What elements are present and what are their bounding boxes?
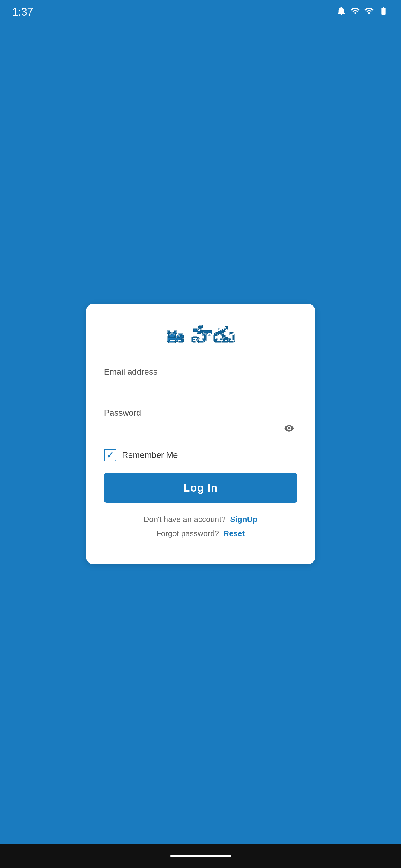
remember-me-checkbox[interactable] [104, 449, 116, 461]
password-field-group: Password [104, 408, 297, 438]
notification-icon [337, 6, 346, 18]
wifi-icon [364, 6, 374, 18]
main-container: ఈనాడు ఈనాడు ఈనాడు Email address Password [86, 304, 315, 564]
svg-text:ఈనాడు: ఈనాడు [166, 326, 235, 350]
nav-bar [0, 844, 401, 868]
nav-indicator [170, 855, 231, 857]
email-input[interactable] [104, 380, 297, 397]
signal-icon [350, 6, 360, 18]
status-bar: 1:37 [0, 0, 401, 24]
email-field-group: Email address [104, 367, 297, 397]
status-icons [337, 6, 389, 18]
battery-icon [378, 6, 389, 18]
signup-text: Don't have an account? SignUp [104, 515, 297, 524]
reset-link[interactable]: Reset [223, 529, 245, 538]
app-logo: ఈనాడు ఈనాడు ఈనాడు [146, 322, 255, 352]
password-wrapper [104, 421, 297, 438]
password-label: Password [104, 408, 297, 418]
login-button[interactable]: Log In [104, 473, 297, 503]
logo-container: ఈనాడు ఈనాడు ఈనాడు [104, 322, 297, 352]
remember-me-group: Remember Me [104, 449, 297, 461]
remember-me-label: Remember Me [122, 450, 178, 460]
status-time: 1:37 [12, 6, 33, 19]
email-label: Email address [104, 367, 297, 377]
show-password-icon[interactable] [284, 423, 294, 436]
password-input[interactable] [104, 421, 297, 438]
signup-link[interactable]: SignUp [230, 515, 257, 524]
login-card: ఈనాడు ఈనాడు ఈనాడు Email address Password [86, 304, 315, 564]
footer-links: Don't have an account? SignUp Forgot pas… [104, 515, 297, 538]
reset-text: Forgot password? Reset [104, 529, 297, 538]
